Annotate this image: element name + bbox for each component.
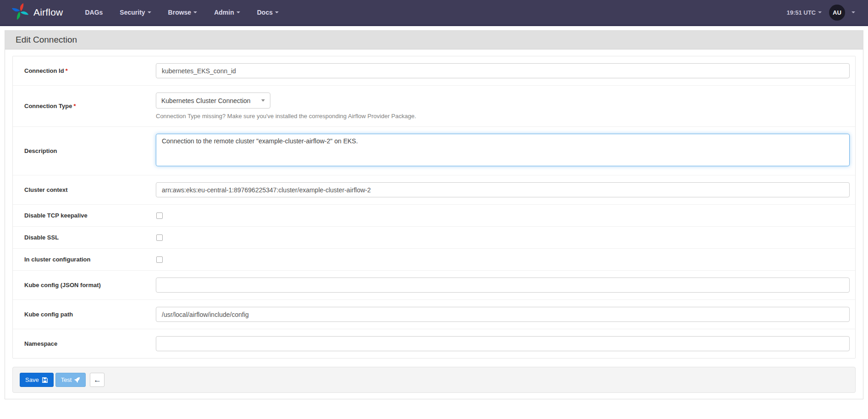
form-row-kube-config-json: Kube config (JSON format) [13,270,855,299]
floppy-disk-icon [42,377,48,383]
main-nav: DAGs Security Browse Admin Docs [85,9,279,16]
description-textarea[interactable]: Connection to the remote cluster "exampl… [156,134,850,166]
cluster-context-input[interactable] [156,182,850,197]
cluster-context-label: Cluster context [13,186,156,193]
form-row-description: Description Connection to the remote clu… [13,126,855,175]
airflow-pinwheel-icon [11,2,29,23]
kube-config-path-label: Kube config path [13,311,156,318]
page-title: Edit Connection [5,31,863,49]
form-row-disable-ssl: Disable SSL [13,226,855,248]
form-row-cluster-context: Cluster context [13,175,855,204]
select-arrow-icon [261,99,265,102]
in-cluster-configuration-checkbox[interactable] [156,256,163,263]
kube-config-json-input[interactable] [156,278,850,293]
connection-id-input[interactable] [156,63,850,78]
connection-type-help-text: Connection Type missing? Make sure you'v… [156,113,850,120]
namespace-label: Namespace [13,340,156,347]
test-button[interactable]: Test [55,373,86,387]
disable-tcp-keepalive-checkbox[interactable] [156,212,163,219]
kube-config-path-input[interactable] [156,307,850,322]
connection-type-label: Connection Type* [13,103,156,109]
timezone-selector[interactable]: 19:51 UTC [786,9,822,16]
form-actions: Save Test ← [12,367,856,393]
form-row-disable-tcp-keepalive: Disable TCP keepalive [13,204,855,226]
nav-item-browse[interactable]: Browse [168,9,198,16]
edit-connection-panel: Edit Connection Connection Id* Connectio… [5,30,863,399]
form-row-namespace: Namespace [13,329,855,358]
disable-ssl-checkbox[interactable] [156,234,163,241]
nav-item-dags[interactable]: DAGs [85,9,103,16]
kube-config-json-label: Kube config (JSON format) [13,282,156,288]
chevron-down-icon [818,11,822,13]
user-menu[interactable]: AU [829,5,855,21]
back-button[interactable]: ← [90,373,104,387]
rocket-icon [74,377,80,383]
namespace-input[interactable] [156,336,850,351]
required-asterisk: * [66,67,68,74]
brand-title: Airflow [33,7,63,18]
disable-tcp-keepalive-label: Disable TCP keepalive [13,212,156,219]
airflow-brand[interactable]: Airflow [11,2,63,23]
back-arrow-icon: ← [93,375,101,385]
chevron-down-icon [236,11,240,13]
chevron-down-icon [148,11,151,13]
form-row-connection-type: Connection Type* Kubernetes Cluster Conn… [13,85,855,126]
connection-form: Connection Id* Connection Type* Kubernet… [12,56,856,359]
connection-type-selected-value: Kubernetes Cluster Connection [161,97,251,104]
nav-item-docs[interactable]: Docs [257,9,279,16]
nav-item-admin[interactable]: Admin [214,9,240,16]
required-asterisk: * [73,103,76,109]
chevron-down-icon [275,11,279,13]
disable-ssl-label: Disable SSL [13,234,156,241]
nav-item-security[interactable]: Security [120,9,151,16]
in-cluster-configuration-label: In cluster configuration [13,256,156,263]
chevron-down-icon [193,11,197,13]
connection-type-select[interactable]: Kubernetes Cluster Connection [156,93,270,109]
form-row-in-cluster-configuration: In cluster configuration [13,248,855,270]
navbar-right: 19:51 UTC AU [786,5,855,21]
avatar: AU [829,5,845,21]
description-label: Description [13,147,156,154]
form-row-kube-config-path: Kube config path [13,299,855,329]
form-row-connection-id: Connection Id* [13,56,855,85]
chevron-down-icon [852,11,855,13]
top-navbar: Airflow DAGs Security Browse Admin Docs … [0,0,868,26]
save-button[interactable]: Save [20,373,54,387]
connection-id-label: Connection Id* [13,67,156,74]
